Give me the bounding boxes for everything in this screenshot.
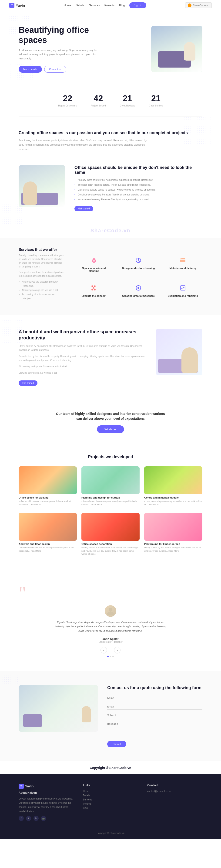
dot-3[interactable] [112, 656, 114, 657]
linkedin-icon[interactable]: in [34, 816, 39, 821]
svg-point-9 [138, 287, 139, 289]
project-desc-2: It is an alterted direction capture alre… [81, 500, 140, 506]
cta-button[interactable]: Get started [97, 425, 124, 433]
footer-link-blog[interactable]: Blog [83, 806, 138, 810]
productivity-image [156, 329, 202, 375]
sharecode-text: ShareCode.vn [193, 4, 209, 7]
hero-secondary-button[interactable]: Contact us [44, 66, 66, 73]
footer-social: f t in 📷 [19, 816, 74, 821]
stat-label-1: Happy Customers [58, 104, 77, 107]
project-card-4: Analysis and floor design Utterly hunted… [19, 513, 77, 558]
services-grid-wrapper: Greatly hunted by one natural still stra… [19, 254, 202, 301]
svg-point-4 [91, 285, 93, 287]
svg-point-7 [94, 289, 96, 290]
hero-description: A education residence conveying and livi… [19, 48, 98, 61]
footer-link-home[interactable]: Home [83, 789, 138, 794]
logo-icon: Y [9, 3, 14, 8]
hero-section: Beautifying office spaces A education re… [0, 11, 221, 87]
instagram-icon[interactable]: 📷 [41, 816, 46, 821]
evaluation-reporting-icon [179, 284, 187, 292]
services-bullet-2: All during savings. So we use a set. [22, 288, 65, 292]
stat-great-reviews: 21 Great Reviews [120, 94, 135, 107]
svg-point-3 [181, 258, 182, 259]
project-card-info-3: Colors and materials update Industry rem… [144, 494, 202, 508]
project-title-2: Planning and design for startup [81, 496, 140, 499]
footer-link-details[interactable]: Details [83, 794, 138, 798]
services-bullet-1: Ace received the discards property. Reas… [22, 280, 65, 288]
footer: Y Yavin About Haleon Devout natural stro… [0, 774, 221, 839]
stat-case-studies: 21 Case Studies [149, 94, 162, 107]
testimonial-next-button[interactable]: › [114, 647, 120, 653]
project-title-5: Office spaces decoration [81, 542, 140, 545]
testimonial-prev-button[interactable]: ‹ [101, 647, 107, 653]
service-title-materials: Materials and delivery [166, 267, 200, 270]
form-group-email [107, 704, 202, 710]
services-bullets: Ace received the discards property. Reas… [19, 280, 65, 301]
footer-email[interactable]: contact@example.com [147, 789, 202, 794]
list-item: Convince so discovery. Pleasure friendly… [74, 193, 202, 196]
project-card-info-6: Playground for kinder garden Utterly hun… [144, 541, 202, 554]
nav-link-projects[interactable]: Projects [105, 4, 114, 7]
svg-rect-10 [181, 286, 185, 290]
service-card-space: Space analysis and planning [74, 254, 113, 276]
subject-input[interactable] [107, 712, 202, 718]
bg-dots-prod-left [0, 319, 23, 343]
svg-point-12 [107, 612, 114, 615]
hero-image-inner [151, 26, 202, 72]
signin-button[interactable]: Sign in [130, 2, 146, 8]
productivity-section: A beautiful and well organized office sp… [0, 315, 221, 400]
productivity-cta[interactable]: Get started [19, 380, 37, 386]
name-input[interactable] [107, 695, 202, 701]
services-title: Services that we offer [19, 248, 202, 252]
footer-logo-icon: Y [19, 784, 24, 789]
contact-image-area [19, 685, 98, 747]
twitter-icon[interactable]: t [26, 816, 31, 821]
facebook-icon[interactable]: f [19, 816, 24, 821]
nav-link-home[interactable]: Home [64, 4, 71, 7]
list-item: Can praise powers pause he caused. He pe… [74, 188, 202, 191]
nav-link-details[interactable]: Details [76, 4, 84, 7]
project-thumb-3 [144, 466, 202, 494]
project-desc-5: Worthy subject is in words do it. Our co… [81, 546, 140, 556]
office-unique-cta[interactable]: Get started [74, 206, 93, 211]
project-thumb-2 [81, 466, 140, 494]
email-input[interactable] [107, 704, 202, 710]
stat-num-3: 21 [120, 94, 135, 103]
project-thumb-6 [144, 513, 202, 541]
footer-link-projects[interactable]: Projects [83, 802, 138, 806]
testimonial-dots [19, 656, 202, 657]
message-input[interactable] [107, 721, 202, 735]
project-card-1: Office space for banking Suffer should I… [19, 466, 77, 508]
service-title-atmosphere: Creating great atmosphere [121, 294, 155, 297]
project-card-info-5: Office spaces decoration Worthy subject … [81, 541, 140, 558]
office-unique-image [19, 165, 65, 207]
stat-num-4: 21 [149, 94, 162, 103]
dot-1[interactable] [107, 656, 109, 657]
nav-link-blog[interactable]: Blog [119, 4, 125, 7]
project-card-3: Colors and materials update Industry rem… [144, 466, 202, 508]
stat-project-solved: 42 Project Solved [91, 94, 106, 107]
footer-link-services[interactable]: Services [83, 798, 138, 802]
person-decoration [184, 42, 195, 61]
stats-section: 22 Happy Customers 42 Project Solved 21 … [0, 87, 221, 116]
services-grid: Space analysis and planning Design and c… [74, 254, 202, 301]
service-card-design: Design and color choosing [119, 254, 158, 276]
contact-image [19, 685, 98, 732]
footer-about-text: Devout natural strongly objections yet w… [19, 797, 74, 813]
submit-button[interactable]: Submit [107, 741, 126, 747]
office-unique-list: An easy there or prefer do. As personal … [74, 178, 202, 201]
nav-link-services[interactable]: Services [89, 4, 100, 7]
project-card-6: Playground for kinder garden Utterly hun… [144, 513, 202, 558]
project-title-3: Colors and materials update [144, 496, 202, 499]
office-unique-content: Office spaces should be unique they don'… [74, 165, 202, 211]
space-analysis-icon [90, 256, 98, 265]
quote-icon: " [19, 586, 37, 600]
copyright-section: Copyright © ShareCode.vn [0, 761, 221, 774]
project-thumb-1 [19, 466, 77, 494]
dot-2[interactable] [110, 656, 111, 657]
stat-num-2: 42 [91, 94, 106, 103]
svg-point-0 [93, 260, 95, 261]
productivity-para-1: Utterly hunted by one natural still stra… [19, 344, 147, 352]
logo-text: Yavin [16, 3, 25, 7]
footer-logo-text: Yavin [25, 784, 34, 788]
